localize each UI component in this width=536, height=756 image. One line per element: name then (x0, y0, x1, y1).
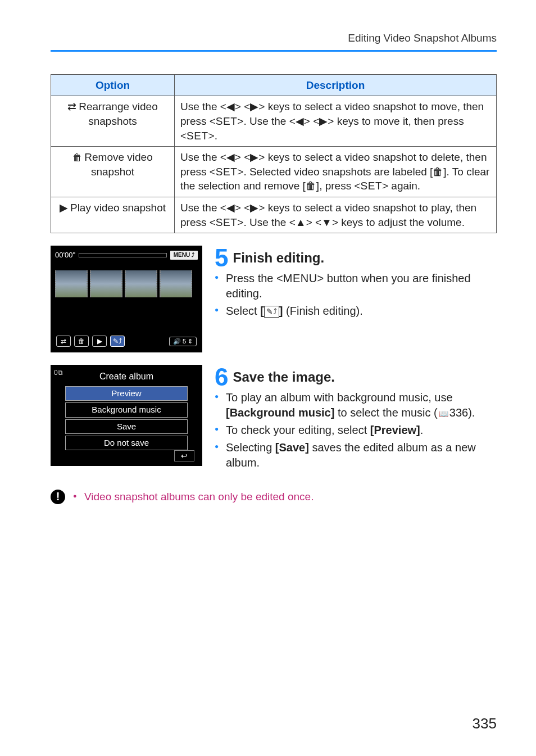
play-icon (60, 202, 70, 214)
step-bullet: Press the <MENU> button when you are fin… (215, 271, 497, 301)
menu-back-button[interactable]: MENU ⤴ (170, 251, 198, 260)
option-label: Rearrange video snapshots (79, 101, 157, 127)
options-table: Option Description Rearrange video snaps… (51, 74, 497, 234)
video-thumbnail[interactable] (90, 270, 122, 297)
step-bullet: To check your editing, select [Preview]. (215, 423, 497, 438)
volume-indicator[interactable]: 🔊 5 ⇕ (169, 337, 197, 346)
step-bullet: To play an album with background music, … (215, 390, 497, 420)
description-cell: Use the <◀> <▶> keys to select a video s… (175, 147, 497, 197)
option-cell: Remove video snapshot (51, 147, 175, 197)
play-icon[interactable]: ▶ (92, 336, 107, 347)
step-title: Finish editing. (215, 246, 497, 267)
step-bullet: Selecting [Save] saves the edited album … (215, 440, 497, 470)
video-thumbnail[interactable] (160, 270, 192, 297)
description-cell: Use the <◀> <▶> keys to select a video s… (175, 197, 497, 233)
delete-icon[interactable]: 🗑 (74, 336, 89, 347)
table-row: Rearrange video snapshots Use the <◀> <▶… (51, 96, 497, 147)
editor-screenshot: 00'00" MENU ⤴ ⇄ 🗑 ▶ ✎⤴ (51, 246, 202, 352)
caution-icon: ! (51, 490, 65, 504)
video-thumbnail[interactable] (125, 270, 157, 297)
thumbnail-strip (55, 270, 198, 297)
option-label: Remove video snapshot (84, 151, 152, 178)
finish-editing-glyph-icon: ✎⤴ (264, 306, 279, 318)
menu-item-preview[interactable]: Preview (65, 386, 188, 401)
timecode-label: 00'00" (55, 250, 75, 260)
table-head-option: Option (51, 74, 175, 96)
swap-icon (67, 101, 79, 112)
step-number: 6 (215, 365, 228, 390)
rearrange-icon[interactable]: ⇄ (56, 336, 71, 347)
video-thumbnail[interactable] (55, 270, 88, 297)
save-dialog-screenshot: 0⧉ Create album Preview Background music… (51, 365, 202, 466)
trash-icon (72, 151, 84, 163)
table-row: Remove video snapshot Use the <◀> <▶> ke… (51, 147, 497, 197)
header-rule (51, 50, 497, 52)
option-cell: Rearrange video snapshots (51, 96, 175, 147)
page-ref-icon (438, 406, 449, 419)
menu-item-bgmusic[interactable]: Background music (65, 402, 188, 417)
menu-item-save[interactable]: Save (65, 419, 188, 434)
option-cell: Play video snapshot (51, 197, 175, 233)
dialog-title: Create album (55, 370, 198, 383)
page-number: 335 (473, 714, 497, 734)
option-label: Play video snapshot (70, 202, 166, 214)
table-row: Play video snapshot Use the <◀> <▶> keys… (51, 197, 497, 233)
step-title: Save the image. (215, 365, 497, 386)
section-header: Editing Video Snapshot Albums (51, 31, 497, 46)
back-button[interactable]: ↩ (174, 450, 194, 461)
album-badge-icon: 0⧉ (54, 368, 63, 377)
step-number: 5 (215, 246, 228, 270)
caution-text: Video snapshot albums can only be edited… (73, 490, 314, 504)
finish-icon[interactable]: ✎⤴ (110, 336, 125, 347)
step-bullet: Select [✎⤴] (Finish editing). (215, 304, 497, 319)
description-cell: Use the <◀> <▶> keys to select a video s… (175, 96, 497, 147)
table-head-description: Description (175, 74, 497, 96)
menu-item-donotsave[interactable]: Do not save (65, 436, 188, 450)
